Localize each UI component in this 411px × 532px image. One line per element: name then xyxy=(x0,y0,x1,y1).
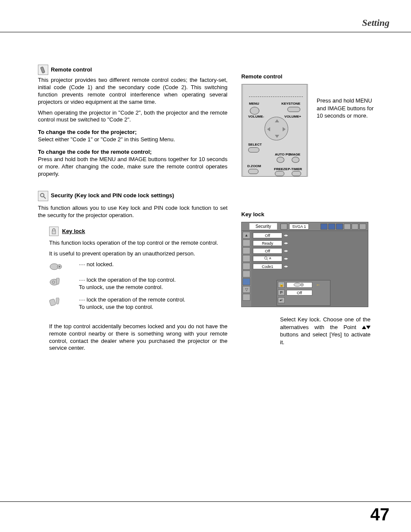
menu-button[interactable] xyxy=(250,107,259,115)
lock-item-remote-control: ···· lock the operation of the remote co… xyxy=(49,296,227,311)
remote-diagram-row: MENU KEYSTONE VOLUME- VOLUME+ SELECT AUT… xyxy=(241,84,383,177)
header-rule xyxy=(0,32,411,32)
lock-text-2a: ···· lock the operation of the top contr… xyxy=(79,277,227,284)
osd-row-4-arrows[interactable]: ◂▸ xyxy=(284,256,288,261)
dpad-up[interactable] xyxy=(275,119,279,122)
osd-topicon xyxy=(280,224,287,230)
osd-row-5-arrows[interactable]: ◂▸ xyxy=(284,264,288,268)
sidebar-icon-1[interactable] xyxy=(243,240,250,246)
svg-point-1 xyxy=(40,193,44,197)
dashed-line-top xyxy=(249,96,303,97)
osd-row-2: Ready ◂▸ xyxy=(253,240,366,246)
security-text: This function allows you to use Key lock… xyxy=(38,205,227,219)
lock-text-3b: To unlock, use the top control. xyxy=(79,304,227,311)
volume-plus-label: VOLUME+ xyxy=(284,115,301,118)
osd-row-1-arrows[interactable]: ◂▸ xyxy=(284,233,288,237)
osd-row-3-val: Off xyxy=(253,248,282,254)
freeze-button[interactable] xyxy=(275,171,284,176)
remote-caption: Press and hold MENU and IMAGE buttons fo… xyxy=(317,97,381,120)
svg-point-12 xyxy=(294,283,301,286)
page-number: 47 xyxy=(371,505,390,524)
osd-row-4: A ◂▸ xyxy=(253,255,366,262)
top-control-lock-icon xyxy=(49,277,64,287)
osd-title: Security xyxy=(249,223,277,230)
freeze-label: FREEZE xyxy=(274,167,288,171)
left-column: Remote control This projector provides t… xyxy=(38,65,227,355)
security-icon xyxy=(38,191,48,201)
remote-para-2: When operating the projector in "Code 2"… xyxy=(38,109,227,124)
dpad-right[interactable] xyxy=(283,127,286,131)
tab-icon-4[interactable] xyxy=(344,224,351,230)
tab-icon-1[interactable] xyxy=(321,224,327,230)
svg-point-6 xyxy=(59,266,60,268)
osd-body: ▲ ▽ Off ◂▸ Ready ◂▸ xyxy=(242,231,368,307)
dzoom-label: D.ZOOM xyxy=(247,164,261,168)
tab-icon-2[interactable] xyxy=(328,224,335,230)
select-label: SELECT xyxy=(248,143,262,146)
submenu-icon-pin[interactable]: P xyxy=(278,289,285,296)
lock-text-3: ···· lock the operation of the remote co… xyxy=(79,296,227,311)
osd-row-1-val: Off xyxy=(253,233,282,238)
keylock-heading-text: Key lock xyxy=(62,228,85,235)
svg-rect-0 xyxy=(40,67,45,73)
lock-text-2: ···· lock the operation of the top contr… xyxy=(79,277,227,291)
svg-line-11 xyxy=(267,259,268,260)
osd-rows: Off ◂▸ Ready ◂▸ Off ◂▸ A ◂▸ Code1 ◂▸ xyxy=(251,231,368,307)
sidebar-icon-security[interactable] xyxy=(243,278,250,285)
osd-row-gap xyxy=(253,271,366,279)
change-remote-text: Press and hold both the MENU and IMAGE b… xyxy=(38,156,227,178)
remote-control-lock-icon xyxy=(49,297,64,307)
keystone-button[interactable] xyxy=(287,107,300,112)
tab-icon-3[interactable] xyxy=(336,224,343,230)
autopc-label: AUTO PC xyxy=(275,152,290,156)
menu-label: MENU xyxy=(249,102,259,106)
osd-row-5-val: Code1 xyxy=(253,264,282,269)
tab-icon-6[interactable] xyxy=(359,224,366,230)
lock-text-3a: ···· lock the operation of the remote co… xyxy=(79,296,227,304)
select-button[interactable] xyxy=(248,147,259,152)
scroll-down-icon[interactable]: ▽ xyxy=(243,286,250,293)
dpad-left[interactable] xyxy=(267,127,270,131)
keylock-footer: If the top control accidentally becomes … xyxy=(49,323,227,352)
dpad[interactable] xyxy=(265,117,288,140)
osd-row-5: Code1 ◂▸ xyxy=(253,263,366,270)
sidebar-icon-2[interactable] xyxy=(243,247,250,254)
tab-icon-5[interactable] xyxy=(352,224,358,230)
volume-minus-label: VOLUME- xyxy=(248,115,264,118)
submenu-icon-exit[interactable]: ↵ xyxy=(278,297,285,303)
svga-label: SVGA 1 xyxy=(289,224,309,230)
osd-caption-post: buttons and select [Yes] to activate it. xyxy=(280,331,371,345)
osd-row-3-arrows[interactable]: ◂▸ xyxy=(284,249,288,253)
remote-control-heading: Remote control xyxy=(38,65,227,75)
security-heading: Security (Key lock and PIN code lock set… xyxy=(38,191,227,201)
submenu-back-arrow[interactable]: ← xyxy=(316,282,321,287)
sidebar-icon-exit[interactable] xyxy=(243,294,250,301)
keylock-icon xyxy=(49,227,59,236)
not-locked-icon xyxy=(49,262,64,271)
scroll-up-icon[interactable]: ▲ xyxy=(243,232,250,239)
change-projector-text: Select either "Code 1" or "Code 2" in th… xyxy=(38,136,227,143)
sidebar-icon-3[interactable] xyxy=(243,255,250,262)
sidebar-icon-4[interactable] xyxy=(243,263,250,270)
osd-row-2-val: Ready xyxy=(253,240,282,246)
submenu-val-2: Off xyxy=(286,290,312,296)
right-column: Remote control MENU KEYSTONE VOLUME- VOL… xyxy=(241,73,383,346)
osd-caption-pre: Select Key lock. Choose one of the alter… xyxy=(280,316,371,330)
autopc-button[interactable] xyxy=(277,157,284,163)
sidebar-icon-5[interactable] xyxy=(243,271,250,277)
submenu-icon-keylock[interactable]: 🔒 xyxy=(278,282,285,288)
dzoom-button[interactable] xyxy=(248,169,258,174)
remote-control-icon xyxy=(38,65,48,75)
osd-caption: Select Key lock. Choose one of the alter… xyxy=(280,316,371,346)
image-button[interactable] xyxy=(292,157,299,163)
osd-left-column: ▲ ▽ xyxy=(242,231,251,307)
image-label: IMAGE xyxy=(289,152,300,156)
osd-row-2-arrows[interactable]: ◂▸ xyxy=(284,241,288,245)
dpad-down[interactable] xyxy=(275,135,279,138)
osd-topbar: Security SVGA 1 xyxy=(242,222,368,231)
right-remote-heading: Remote control xyxy=(241,73,383,80)
osd-menu: Security SVGA 1 ▲ xyxy=(241,222,368,307)
svg-point-14 xyxy=(302,284,302,285)
ptimer-button[interactable] xyxy=(292,171,301,176)
security-heading-text: Security (Key lock and PIN code lock set… xyxy=(51,192,174,199)
